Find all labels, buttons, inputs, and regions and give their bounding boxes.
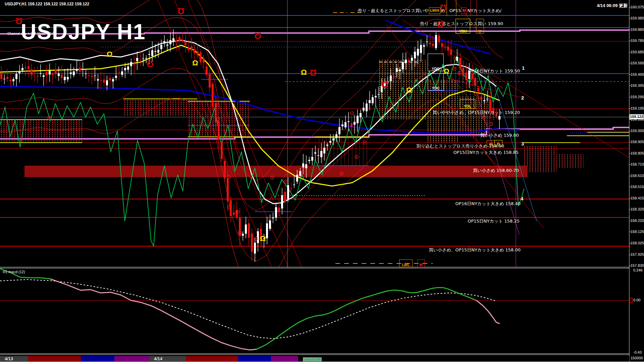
candle-body <box>157 50 159 53</box>
candle-body <box>163 41 165 44</box>
candle-body <box>402 62 404 70</box>
candle-body <box>40 73 42 74</box>
signal-circle-dot <box>459 73 460 74</box>
candle-body <box>338 127 340 134</box>
price-axis-label: 159.295 <box>631 95 644 99</box>
candle-body <box>118 72 120 73</box>
candle-body <box>329 141 331 142</box>
macd-axis-label: 0.00 <box>633 298 640 302</box>
channel-info-label: Channel size = 857 Slope = 0.54 <box>7 32 56 36</box>
level-tag-LWH: LWH <box>429 7 440 14</box>
candle-body <box>106 80 108 85</box>
candle-body <box>245 225 247 234</box>
candle-body <box>335 134 337 138</box>
candle-body <box>67 77 69 79</box>
candle-body <box>58 73 60 76</box>
candle-body <box>200 52 202 62</box>
candle-body <box>184 42 186 45</box>
panel-borders <box>0 0 644 362</box>
price-axis-label: 158.905 <box>631 140 644 144</box>
chart-canvas[interactable]: ΩΩΩΩΩΩΩΩΩΩΩΩΩΩ <box>0 0 644 362</box>
candle-body <box>206 66 208 75</box>
level-tag-YDL: YDL <box>460 99 475 109</box>
candle-body <box>172 38 174 41</box>
candle-body <box>396 68 398 72</box>
annotation-text: 売り・超えるとストップロス買いや <box>358 8 429 14</box>
candle-body <box>462 68 464 76</box>
candle-body <box>290 188 292 189</box>
candle-body <box>269 221 271 229</box>
candle-body <box>31 69 33 75</box>
candle-body <box>459 58 461 68</box>
macd-signal-line <box>0 280 496 339</box>
timeline-segment <box>238 356 271 361</box>
signal-circle-dot <box>476 94 477 95</box>
candle-body <box>88 75 90 76</box>
candle-body <box>233 213 235 215</box>
candle-body <box>248 223 250 238</box>
buy-arrow-icon: Ω <box>107 50 113 58</box>
candle-body <box>363 108 365 111</box>
candle-body <box>76 69 78 71</box>
candle-body <box>187 48 190 50</box>
candle-body <box>498 116 500 119</box>
candle-body <box>305 164 307 168</box>
candle-body <box>414 52 416 58</box>
candle-body <box>320 151 322 157</box>
candle-body <box>453 57 455 58</box>
price-annotation: 売り・超えるとストップロス買いやLWHめ、OP15MNYカット大きめ/ <box>358 7 501 14</box>
volume-scale-label: 150000 <box>631 356 643 360</box>
candle-body <box>314 153 316 154</box>
candle-body <box>486 99 488 100</box>
buy-arrow-icon: Ω <box>192 59 198 67</box>
price-annotation: 割り込むとストップロス売り小さめ 158.90 <box>417 143 504 149</box>
candle-body <box>6 77 8 79</box>
candle-body <box>142 59 144 59</box>
candle-body <box>438 36 440 42</box>
macd-toggle-badge[interactable]: macd ON <box>303 357 322 361</box>
signal-circle-dot <box>491 124 492 125</box>
level-tag-YDC: YDC <box>428 73 444 90</box>
candle-body <box>148 54 150 55</box>
candle-body <box>366 104 368 111</box>
trading-chart-window: ΩΩΩΩΩΩΩΩΩΩΩΩΩΩ USDJPY,H1 159.122 159.122… <box>0 0 644 362</box>
candle-body <box>429 43 431 44</box>
macd-axis-label: -0.43 <box>633 350 642 354</box>
candle-body <box>82 69 84 70</box>
ichimoku-cloud <box>123 99 197 116</box>
candle-body <box>124 68 126 70</box>
signal-circle-dot <box>256 238 257 239</box>
price-annotation: OP15日NYカット大きめ 158.85 <box>453 149 519 156</box>
candle-body <box>323 148 325 154</box>
candle-body <box>480 97 482 100</box>
trend-line <box>386 24 543 228</box>
candle-body <box>447 47 449 51</box>
candle-body <box>64 77 66 80</box>
candle-body <box>483 100 485 101</box>
signal-circle-dot <box>229 207 230 208</box>
sell-arrow-icon: Ω <box>310 68 317 78</box>
timeline-segment <box>271 356 298 361</box>
candle-body <box>347 121 350 122</box>
candle-body <box>332 138 334 140</box>
price-axis-label: 158.710 <box>631 162 644 166</box>
candle-body <box>242 234 244 236</box>
candle-body <box>112 79 114 81</box>
candle-body <box>405 60 407 63</box>
signal-circle-dot <box>341 173 342 174</box>
candle-body <box>432 44 434 46</box>
candle-body <box>435 35 437 48</box>
signal-circle-dot <box>239 233 240 234</box>
candle-body <box>194 50 196 53</box>
candle-body <box>357 116 359 123</box>
price-axis-label: 158.125 <box>631 230 644 234</box>
candle-body <box>272 218 274 218</box>
candle-body <box>0 73 2 79</box>
candle-body <box>326 145 328 146</box>
signal-circle-dot <box>364 142 365 143</box>
candle-body <box>43 75 45 77</box>
candle-body <box>426 42 428 42</box>
candle-body <box>37 76 39 77</box>
candle-body <box>293 185 295 185</box>
candle-body <box>408 60 410 62</box>
